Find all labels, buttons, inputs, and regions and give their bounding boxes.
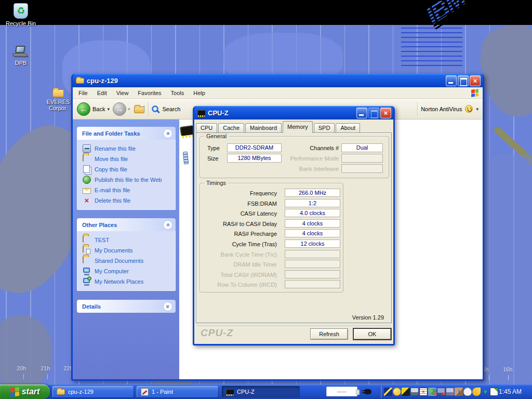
- close-button[interactable]: ×: [470, 75, 481, 86]
- close-button[interactable]: ×: [380, 108, 391, 118]
- up-button[interactable]: ↑: [134, 104, 145, 114]
- task-rename-file[interactable]: Rename this file: [83, 143, 172, 154]
- toolbar-separator: [417, 102, 418, 116]
- taskbar: start cpu-z-129 1 - Paint CPU-Z ---- × ×…: [0, 384, 532, 399]
- timezone-tick: [508, 375, 509, 380]
- cpuz-file-icon[interactable]: [180, 125, 194, 136]
- place-test[interactable]: TEST: [83, 235, 172, 245]
- file-tasks-header[interactable]: File and Folder Tasks »: [77, 127, 176, 140]
- timing-value: [285, 250, 340, 258]
- minimize-button[interactable]: [446, 75, 457, 86]
- task-move-file[interactable]: Move this file: [83, 154, 172, 164]
- maximize-button[interactable]: [368, 108, 379, 118]
- tray-computer-error-icon[interactable]: ×: [437, 388, 445, 396]
- task-copy-file[interactable]: Copy this file: [83, 164, 172, 175]
- start-button[interactable]: start: [0, 384, 50, 399]
- other-places-header[interactable]: Other Places »: [77, 218, 176, 231]
- tray-network-computer-icon[interactable]: [410, 388, 419, 396]
- back-button[interactable]: ← Back ▾: [77, 102, 110, 116]
- tray-mail-icon[interactable]: [402, 388, 410, 396]
- menu-favorites[interactable]: Favorites: [133, 88, 166, 98]
- laptop-icon: [13, 46, 29, 58]
- groupbox-title: Timings: [204, 180, 228, 186]
- maximize-button[interactable]: [458, 75, 469, 86]
- forward-icon: →: [113, 102, 126, 116]
- norton-antivirus-icon[interactable]: [465, 105, 473, 113]
- other-places-pane: Other Places » TEST My Documents Shared …: [77, 218, 176, 291]
- pane-title: Details: [82, 303, 163, 310]
- menu-file[interactable]: File: [74, 88, 92, 98]
- place-my-computer[interactable]: My Computer: [83, 266, 172, 276]
- search-button[interactable]: Search: [152, 105, 181, 112]
- task-email-file[interactable]: E-mail this file: [83, 185, 172, 195]
- explorer-menubar: File Edit View Favorites Tools Help: [73, 87, 483, 99]
- chevron-down-icon[interactable]: »: [163, 302, 172, 311]
- ok-button[interactable]: OK: [353, 328, 391, 340]
- taskbar-clock[interactable]: 1:45 AM: [499, 388, 522, 395]
- divider: [197, 326, 391, 327]
- desktop-icon-dpb[interactable]: DPB: [4, 46, 37, 66]
- folder-icon: [83, 236, 91, 244]
- menu-edit[interactable]: Edit: [92, 88, 112, 98]
- details-header[interactable]: Details »: [77, 300, 176, 313]
- task-publish-file[interactable]: Publish this file to the Web: [83, 175, 172, 185]
- wallpaper-shape: [0, 316, 52, 389]
- refresh-button[interactable]: Refresh: [310, 328, 348, 340]
- chevron-up-icon[interactable]: »: [163, 129, 172, 138]
- tray-users-offline-icon[interactable]: ×: [428, 388, 436, 396]
- cpuz-logo: CPU-Z: [201, 327, 233, 339]
- size-label: Size: [207, 155, 218, 162]
- chevron-up-icon[interactable]: »: [163, 220, 172, 230]
- file-icon[interactable]: [183, 152, 189, 165]
- tray-volume-icon[interactable]: ): [455, 388, 463, 396]
- battery-widget[interactable]: ----: [326, 387, 357, 396]
- cpuz-window-title: CPU-Z: [208, 109, 354, 117]
- minimize-button[interactable]: [356, 108, 367, 118]
- general-groupbox: General Type DDR2-SDRAM Size 1280 MBytes…: [200, 136, 389, 178]
- timing-label: RAS# Precharge: [201, 231, 277, 237]
- forward-button[interactable]: → ▾: [113, 102, 130, 116]
- menu-view[interactable]: View: [112, 88, 134, 98]
- place-my-network[interactable]: My Network Places: [83, 276, 172, 287]
- taskbar-task-explorer[interactable]: cpu-z-129: [52, 386, 134, 397]
- tray-window-icon[interactable]: [490, 388, 498, 396]
- menu-help[interactable]: Help: [189, 88, 210, 98]
- place-shared-documents[interactable]: Shared Documents: [83, 256, 172, 266]
- menu-tools[interactable]: Tools: [166, 88, 189, 98]
- timing-value: 266.0 MHz: [285, 189, 340, 197]
- timezone-label: 20h: [17, 365, 26, 371]
- tray-green-arrow-icon[interactable]: ▾: [481, 388, 489, 396]
- tab-about[interactable]: About: [336, 123, 360, 133]
- place-my-documents[interactable]: My Documents: [83, 245, 172, 256]
- explorer-titlebar[interactable]: cpu-z-129 ×: [73, 74, 483, 87]
- tray-liveupdate-icon[interactable]: [384, 388, 392, 396]
- norton-dropdown-icon[interactable]: ▾: [476, 107, 478, 112]
- timing-label: DRAM Idle Timer: [201, 261, 277, 268]
- task-delete-file[interactable]: ×Delete this file: [83, 195, 172, 206]
- desktop: 20h 21h 22h 15h 16h IBM ♻ Recycle Bin DP…: [0, 0, 532, 399]
- back-dropdown-icon[interactable]: ▾: [107, 107, 110, 112]
- taskbar-task-paint[interactable]: 1 - Paint: [137, 386, 218, 397]
- cpuz-titlebar[interactable]: CPU-Z ×: [194, 106, 393, 119]
- taskbar-task-cpuz[interactable]: CPU-Z: [222, 386, 300, 397]
- tray-ghost-icon[interactable]: [463, 388, 472, 396]
- tab-spd[interactable]: SPD: [314, 123, 335, 133]
- desktop-icon-everes-folder[interactable]: EVERES Corpor.: [43, 89, 73, 111]
- tray-norton-icon[interactable]: [393, 388, 401, 396]
- my-computer-icon: [83, 267, 91, 275]
- bank-interleave-label: Bank Interleave: [278, 166, 339, 172]
- tab-memory[interactable]: Memory: [283, 121, 313, 133]
- channels-label: Channels #: [278, 145, 339, 151]
- tab-cache[interactable]: Cache: [218, 123, 244, 133]
- tray-wireless-error-icon[interactable]: ×: [446, 388, 454, 396]
- move-icon: [83, 155, 91, 163]
- tray-grid-error-icon[interactable]: ×: [419, 388, 428, 396]
- tab-mainboard[interactable]: Mainboard: [245, 123, 282, 133]
- desktop-icon-recycle-bin[interactable]: ♻ Recycle Bin: [4, 3, 37, 26]
- tab-cpu[interactable]: CPU: [196, 123, 217, 133]
- forward-dropdown-icon[interactable]: ▾: [128, 107, 130, 112]
- timezone-tick: [47, 374, 48, 379]
- timing-label: Total CAS# (tRDRAM): [201, 272, 277, 278]
- recycle-bin-icon: ♻: [14, 3, 28, 19]
- tray-flame-icon[interactable]: [472, 388, 481, 396]
